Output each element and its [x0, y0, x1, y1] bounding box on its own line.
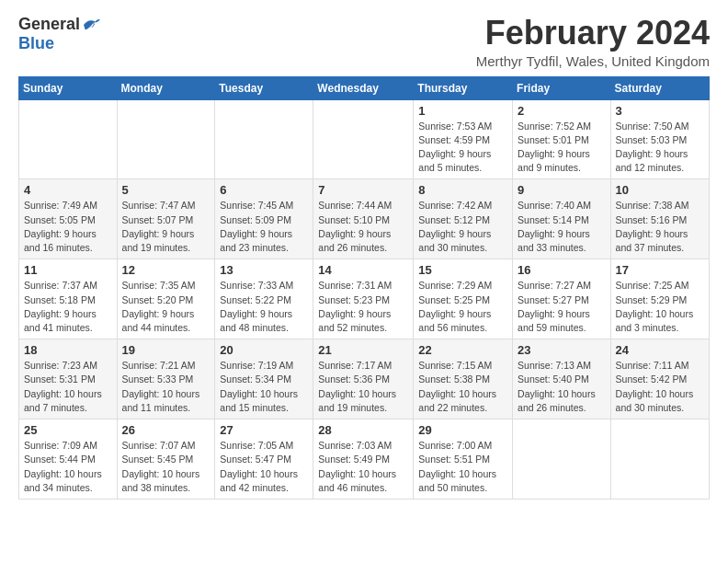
day-number: 9	[518, 183, 606, 197]
calendar-cell	[215, 99, 313, 179]
day-detail: Sunrise: 7:49 AM Sunset: 5:05 PM Dayligh…	[24, 199, 112, 255]
day-number: 4	[24, 183, 112, 197]
day-number: 15	[418, 263, 507, 277]
calendar-cell: 27Sunrise: 7:05 AM Sunset: 5:47 PM Dayli…	[215, 419, 313, 500]
day-number: 3	[616, 104, 704, 118]
day-number: 8	[418, 183, 507, 197]
col-header-monday: Monday	[117, 76, 215, 99]
day-detail: Sunrise: 7:13 AM Sunset: 5:40 PM Dayligh…	[518, 359, 606, 415]
calendar-cell: 17Sunrise: 7:25 AM Sunset: 5:29 PM Dayli…	[610, 259, 709, 339]
calendar-cell: 18Sunrise: 7:23 AM Sunset: 5:31 PM Dayli…	[19, 339, 118, 419]
day-number: 18	[24, 343, 112, 357]
calendar-cell: 16Sunrise: 7:27 AM Sunset: 5:27 PM Dayli…	[513, 259, 611, 339]
day-number: 29	[418, 423, 507, 437]
day-number: 1	[418, 104, 507, 118]
day-number: 21	[318, 343, 408, 357]
day-detail: Sunrise: 7:27 AM Sunset: 5:27 PM Dayligh…	[518, 279, 606, 335]
calendar-cell: 2Sunrise: 7:52 AM Sunset: 5:01 PM Daylig…	[513, 99, 611, 179]
day-number: 26	[122, 423, 210, 437]
col-header-tuesday: Tuesday	[215, 76, 313, 99]
col-header-wednesday: Wednesday	[313, 76, 414, 99]
calendar-table: SundayMondayTuesdayWednesdayThursdayFrid…	[18, 76, 710, 500]
day-number: 17	[616, 263, 704, 277]
day-detail: Sunrise: 7:35 AM Sunset: 5:20 PM Dayligh…	[122, 279, 210, 335]
day-number: 27	[220, 423, 308, 437]
day-number: 25	[24, 423, 112, 437]
calendar-cell: 10Sunrise: 7:38 AM Sunset: 5:16 PM Dayli…	[610, 179, 709, 259]
logo: General Blue	[18, 15, 102, 53]
day-detail: Sunrise: 7:52 AM Sunset: 5:01 PM Dayligh…	[518, 120, 606, 176]
day-detail: Sunrise: 7:40 AM Sunset: 5:14 PM Dayligh…	[518, 199, 606, 255]
day-detail: Sunrise: 7:33 AM Sunset: 5:22 PM Dayligh…	[220, 279, 308, 335]
day-detail: Sunrise: 7:47 AM Sunset: 5:07 PM Dayligh…	[122, 199, 210, 255]
calendar-cell: 14Sunrise: 7:31 AM Sunset: 5:23 PM Dayli…	[313, 259, 414, 339]
calendar-cell: 13Sunrise: 7:33 AM Sunset: 5:22 PM Dayli…	[215, 259, 313, 339]
day-detail: Sunrise: 7:07 AM Sunset: 5:45 PM Dayligh…	[122, 439, 210, 495]
calendar-cell: 7Sunrise: 7:44 AM Sunset: 5:10 PM Daylig…	[313, 179, 414, 259]
day-number: 28	[318, 423, 408, 437]
week-row-2: 4Sunrise: 7:49 AM Sunset: 5:05 PM Daylig…	[19, 179, 710, 259]
day-number: 16	[518, 263, 606, 277]
day-number: 7	[318, 183, 408, 197]
logo-bird-icon	[82, 17, 102, 33]
day-detail: Sunrise: 7:45 AM Sunset: 5:09 PM Dayligh…	[220, 199, 308, 255]
day-detail: Sunrise: 7:03 AM Sunset: 5:49 PM Dayligh…	[318, 439, 408, 495]
calendar-cell: 9Sunrise: 7:40 AM Sunset: 5:14 PM Daylig…	[513, 179, 611, 259]
day-detail: Sunrise: 7:42 AM Sunset: 5:12 PM Dayligh…	[418, 199, 507, 255]
col-header-saturday: Saturday	[610, 76, 709, 99]
day-number: 14	[318, 263, 408, 277]
calendar-cell: 11Sunrise: 7:37 AM Sunset: 5:18 PM Dayli…	[19, 259, 118, 339]
calendar-cell	[19, 99, 118, 179]
day-number: 13	[220, 263, 308, 277]
calendar-cell: 12Sunrise: 7:35 AM Sunset: 5:20 PM Dayli…	[117, 259, 215, 339]
day-detail: Sunrise: 7:29 AM Sunset: 5:25 PM Dayligh…	[418, 279, 507, 335]
calendar-cell: 3Sunrise: 7:50 AM Sunset: 5:03 PM Daylig…	[610, 99, 709, 179]
day-number: 11	[24, 263, 112, 277]
day-detail: Sunrise: 7:44 AM Sunset: 5:10 PM Dayligh…	[318, 199, 408, 255]
calendar-cell: 22Sunrise: 7:15 AM Sunset: 5:38 PM Dayli…	[414, 339, 513, 419]
day-number: 2	[518, 104, 606, 118]
calendar-cell: 28Sunrise: 7:03 AM Sunset: 5:49 PM Dayli…	[313, 419, 414, 500]
calendar-cell: 19Sunrise: 7:21 AM Sunset: 5:33 PM Dayli…	[117, 339, 215, 419]
day-number: 10	[616, 183, 704, 197]
logo-blue: Blue	[18, 34, 54, 53]
location-subtitle: Merthyr Tydfil, Wales, United Kingdom	[476, 53, 710, 69]
calendar-cell: 5Sunrise: 7:47 AM Sunset: 5:07 PM Daylig…	[117, 179, 215, 259]
day-detail: Sunrise: 7:37 AM Sunset: 5:18 PM Dayligh…	[24, 279, 112, 335]
title-area: February 2024 Merthyr Tydfil, Wales, Uni…	[476, 15, 710, 69]
day-detail: Sunrise: 7:38 AM Sunset: 5:16 PM Dayligh…	[616, 199, 704, 255]
day-number: 6	[220, 183, 308, 197]
week-row-4: 18Sunrise: 7:23 AM Sunset: 5:31 PM Dayli…	[19, 339, 710, 419]
calendar-cell: 4Sunrise: 7:49 AM Sunset: 5:05 PM Daylig…	[19, 179, 118, 259]
day-detail: Sunrise: 7:19 AM Sunset: 5:34 PM Dayligh…	[220, 359, 308, 415]
calendar-cell: 8Sunrise: 7:42 AM Sunset: 5:12 PM Daylig…	[414, 179, 513, 259]
day-detail: Sunrise: 7:53 AM Sunset: 4:59 PM Dayligh…	[418, 120, 507, 176]
day-detail: Sunrise: 7:50 AM Sunset: 5:03 PM Dayligh…	[616, 120, 704, 176]
day-detail: Sunrise: 7:25 AM Sunset: 5:29 PM Dayligh…	[616, 279, 704, 335]
header-row: SundayMondayTuesdayWednesdayThursdayFrid…	[19, 76, 710, 99]
calendar-cell	[117, 99, 215, 179]
day-detail: Sunrise: 7:09 AM Sunset: 5:44 PM Dayligh…	[24, 439, 112, 495]
col-header-thursday: Thursday	[414, 76, 513, 99]
day-detail: Sunrise: 7:05 AM Sunset: 5:47 PM Dayligh…	[220, 439, 308, 495]
week-row-5: 25Sunrise: 7:09 AM Sunset: 5:44 PM Dayli…	[19, 419, 710, 500]
day-number: 20	[220, 343, 308, 357]
week-row-1: 1Sunrise: 7:53 AM Sunset: 4:59 PM Daylig…	[19, 99, 710, 179]
col-header-friday: Friday	[513, 76, 611, 99]
day-number: 23	[518, 343, 606, 357]
calendar-cell	[610, 419, 709, 500]
calendar-cell	[313, 99, 414, 179]
calendar-cell: 6Sunrise: 7:45 AM Sunset: 5:09 PM Daylig…	[215, 179, 313, 259]
day-detail: Sunrise: 7:23 AM Sunset: 5:31 PM Dayligh…	[24, 359, 112, 415]
col-header-sunday: Sunday	[19, 76, 118, 99]
calendar-cell	[513, 419, 611, 500]
calendar-cell: 23Sunrise: 7:13 AM Sunset: 5:40 PM Dayli…	[513, 339, 611, 419]
page-header: General Blue February 2024 Merthyr Tydfi…	[18, 15, 710, 69]
month-year-title: February 2024	[476, 15, 710, 52]
day-number: 5	[122, 183, 210, 197]
day-number: 12	[122, 263, 210, 277]
calendar-cell: 25Sunrise: 7:09 AM Sunset: 5:44 PM Dayli…	[19, 419, 118, 500]
day-detail: Sunrise: 7:31 AM Sunset: 5:23 PM Dayligh…	[318, 279, 408, 335]
calendar-cell: 29Sunrise: 7:00 AM Sunset: 5:51 PM Dayli…	[414, 419, 513, 500]
calendar-cell: 24Sunrise: 7:11 AM Sunset: 5:42 PM Dayli…	[610, 339, 709, 419]
